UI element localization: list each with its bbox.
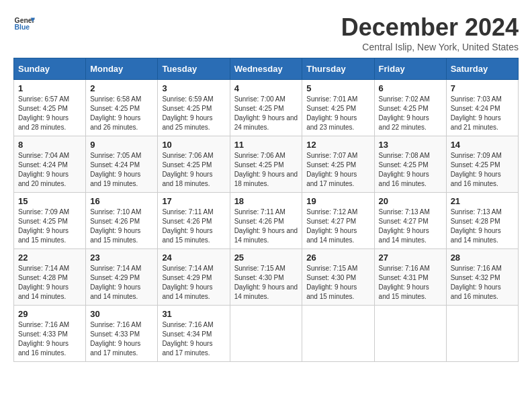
sunrise-label: Sunrise: 7:06 AM [162, 152, 213, 159]
table-row: 14 Sunrise: 7:09 AM Sunset: 4:25 PM Dayl… [446, 136, 518, 193]
day-number: 4 [234, 83, 298, 93]
sunset-label: Sunset: 4:27 PM [306, 218, 356, 225]
day-number: 1 [18, 83, 81, 93]
day-number: 24 [162, 253, 225, 263]
col-friday: Friday [374, 58, 446, 80]
day-info: Sunrise: 7:06 AM Sunset: 4:25 PM Dayligh… [162, 151, 225, 189]
day-info: Sunrise: 7:16 AM Sunset: 4:34 PM Dayligh… [162, 320, 225, 358]
table-row: 19 Sunrise: 7:12 AM Sunset: 4:27 PM Dayl… [302, 193, 374, 249]
day-info: Sunrise: 7:13 AM Sunset: 4:27 PM Dayligh… [379, 208, 442, 245]
day-number: 11 [234, 140, 298, 150]
sunset-label: Sunset: 4:31 PM [379, 274, 429, 281]
day-info: Sunrise: 7:14 AM Sunset: 4:29 PM Dayligh… [162, 264, 225, 302]
sunset-label: Sunset: 4:25 PM [90, 105, 140, 112]
day-number: 26 [306, 253, 369, 263]
daylight-label: Daylight: 9 hours and 17 minutes. [306, 171, 357, 187]
sunset-label: Sunset: 4:25 PM [234, 105, 284, 112]
day-info: Sunrise: 7:01 AM Sunset: 4:25 PM Dayligh… [306, 95, 369, 132]
day-info: Sunrise: 7:06 AM Sunset: 4:25 PM Dayligh… [234, 151, 298, 189]
day-number: 20 [379, 196, 442, 206]
day-number: 21 [451, 196, 514, 206]
calendar-week-1: 1 Sunrise: 6:57 AM Sunset: 4:25 PM Dayli… [14, 80, 519, 136]
daylight-label: Daylight: 9 hours and 17 minutes. [162, 340, 212, 357]
sunrise-label: Sunrise: 7:00 AM [234, 95, 285, 103]
day-number: 22 [18, 253, 81, 263]
month-title: December 2024 [341, 13, 519, 42]
title-area: December 2024 Central Islip, New York, U… [341, 13, 519, 52]
sunset-label: Sunset: 4:25 PM [162, 105, 212, 112]
sunrise-label: Sunrise: 7:16 AM [451, 265, 502, 272]
sunset-label: Sunset: 4:26 PM [234, 218, 284, 225]
day-info: Sunrise: 7:12 AM Sunset: 4:27 PM Dayligh… [306, 208, 369, 245]
sunset-label: Sunset: 4:24 PM [90, 161, 140, 169]
table-row: 27 Sunrise: 7:16 AM Sunset: 4:31 PM Dayl… [374, 249, 446, 306]
calendar-table: Sunday Monday Tuesday Wednesday Thursday… [13, 58, 519, 362]
sunrise-label: Sunrise: 7:14 AM [90, 265, 141, 272]
sunrise-label: Sunrise: 6:59 AM [162, 95, 213, 103]
day-info: Sunrise: 7:07 AM Sunset: 4:25 PM Dayligh… [306, 151, 369, 189]
table-row: 6 Sunrise: 7:02 AM Sunset: 4:25 PM Dayli… [374, 80, 446, 136]
daylight-label: Daylight: 9 hours and 18 minutes. [234, 171, 298, 187]
sunset-label: Sunset: 4:30 PM [306, 274, 356, 281]
day-number: 13 [379, 140, 442, 150]
sunrise-label: Sunrise: 7:15 AM [306, 265, 357, 272]
day-info: Sunrise: 7:08 AM Sunset: 4:25 PM Dayligh… [379, 151, 442, 189]
sunrise-label: Sunrise: 7:07 AM [306, 152, 357, 159]
table-row: 12 Sunrise: 7:07 AM Sunset: 4:25 PM Dayl… [302, 136, 374, 193]
daylight-label: Daylight: 9 hours and 18 minutes. [162, 171, 212, 187]
daylight-label: Daylight: 9 hours and 14 minutes. [234, 283, 298, 300]
table-row: 20 Sunrise: 7:13 AM Sunset: 4:27 PM Dayl… [374, 193, 446, 249]
day-info: Sunrise: 7:13 AM Sunset: 4:28 PM Dayligh… [451, 208, 514, 245]
sunset-label: Sunset: 4:25 PM [306, 161, 356, 169]
sunset-label: Sunset: 4:24 PM [451, 105, 500, 112]
sunset-label: Sunset: 4:33 PM [18, 330, 68, 338]
day-number: 2 [90, 83, 153, 93]
day-number: 12 [306, 140, 369, 150]
daylight-label: Daylight: 9 hours and 17 minutes. [90, 340, 140, 357]
day-number: 25 [234, 253, 298, 263]
day-number: 8 [18, 140, 81, 150]
calendar-week-2: 8 Sunrise: 7:04 AM Sunset: 4:24 PM Dayli… [14, 136, 519, 193]
sunrise-label: Sunrise: 7:08 AM [379, 152, 430, 159]
sunset-label: Sunset: 4:34 PM [162, 330, 212, 338]
day-info: Sunrise: 6:57 AM Sunset: 4:25 PM Dayligh… [18, 95, 81, 132]
daylight-label: Daylight: 9 hours and 25 minutes. [162, 114, 212, 131]
sunrise-label: Sunrise: 7:15 AM [234, 265, 285, 272]
svg-text:Blue: Blue [15, 24, 30, 31]
sunrise-label: Sunrise: 7:09 AM [451, 152, 502, 159]
col-saturday: Saturday [446, 58, 518, 80]
day-info: Sunrise: 7:04 AM Sunset: 4:24 PM Dayligh… [18, 151, 81, 189]
table-row: 30 Sunrise: 7:16 AM Sunset: 4:33 PM Dayl… [86, 306, 158, 362]
sunrise-label: Sunrise: 7:03 AM [451, 95, 502, 103]
day-number: 29 [18, 309, 81, 319]
daylight-label: Daylight: 9 hours and 14 minutes. [379, 227, 429, 244]
table-row: 25 Sunrise: 7:15 AM Sunset: 4:30 PM Dayl… [230, 249, 302, 306]
table-row: 26 Sunrise: 7:15 AM Sunset: 4:30 PM Dayl… [302, 249, 374, 306]
table-row [374, 306, 446, 362]
day-info: Sunrise: 7:05 AM Sunset: 4:24 PM Dayligh… [90, 151, 153, 189]
day-info: Sunrise: 7:02 AM Sunset: 4:25 PM Dayligh… [379, 95, 442, 132]
logo-icon: General Blue [13, 13, 35, 35]
table-row: 10 Sunrise: 7:06 AM Sunset: 4:25 PM Dayl… [158, 136, 230, 193]
table-row: 22 Sunrise: 7:14 AM Sunset: 4:28 PM Dayl… [14, 249, 86, 306]
sunset-label: Sunset: 4:25 PM [379, 105, 429, 112]
sunrise-label: Sunrise: 7:10 AM [90, 208, 141, 216]
subtitle: Central Islip, New York, United States [341, 42, 519, 52]
calendar-week-5: 29 Sunrise: 7:16 AM Sunset: 4:33 PM Dayl… [14, 306, 519, 362]
sunset-label: Sunset: 4:25 PM [306, 105, 356, 112]
table-row: 9 Sunrise: 7:05 AM Sunset: 4:24 PM Dayli… [86, 136, 158, 193]
sunrise-label: Sunrise: 6:57 AM [18, 95, 69, 103]
day-number: 14 [451, 140, 514, 150]
calendar-header-row: Sunday Monday Tuesday Wednesday Thursday… [14, 58, 519, 80]
day-info: Sunrise: 7:16 AM Sunset: 4:32 PM Dayligh… [451, 264, 514, 302]
daylight-label: Daylight: 9 hours and 14 minutes. [306, 227, 357, 244]
day-info: Sunrise: 7:16 AM Sunset: 4:31 PM Dayligh… [379, 264, 442, 302]
daylight-label: Daylight: 9 hours and 22 minutes. [379, 114, 429, 131]
table-row [446, 306, 518, 362]
day-number: 15 [18, 196, 81, 206]
sunset-label: Sunset: 4:32 PM [451, 274, 500, 281]
day-info: Sunrise: 7:15 AM Sunset: 4:30 PM Dayligh… [234, 264, 298, 302]
daylight-label: Daylight: 9 hours and 16 minutes. [451, 171, 501, 187]
sunrise-label: Sunrise: 7:16 AM [90, 321, 141, 328]
col-wednesday: Wednesday [230, 58, 302, 80]
